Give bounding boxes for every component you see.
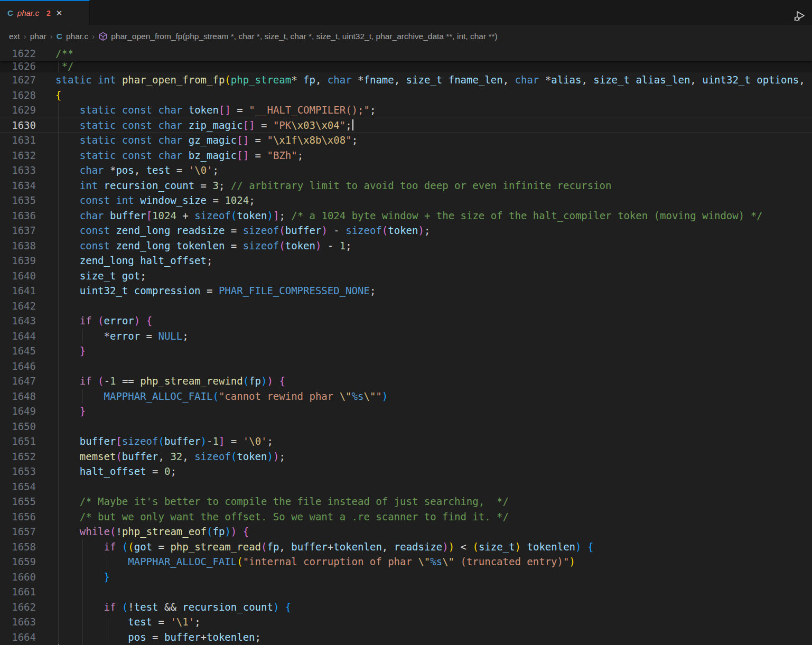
line-number[interactable]: 1649 [0,404,36,419]
line-number[interactable]: 1638 [0,238,36,254]
line-number[interactable]: 1629 [0,102,36,118]
code-text: } [55,404,86,419]
line-number[interactable]: 1628 [0,88,36,103]
indent-guide [58,419,59,434]
code-line[interactable]: 1628{ [0,88,812,103]
code-line[interactable]: 1660 } [0,569,812,585]
code-line[interactable]: 1636 char buffer[1024 + sizeof(token)]; … [0,208,812,223]
code-line[interactable]: 1650 [0,419,812,434]
code-line[interactable]: 1630 static const char zip_magic[] = "PK… [0,118,812,133]
code-line[interactable]: 1645 } [0,343,812,359]
code-line[interactable]: 1646 [0,359,812,374]
breadcrumb-symbol[interactable]: phar_open_from_fp(php_stream *, char *, … [111,32,498,41]
line-number[interactable]: 1657 [0,524,36,539]
code-line[interactable]: 1663 test = '\1'; [0,614,812,630]
code-line[interactable]: 1654 [0,479,812,494]
line-number[interactable]: 1626 [0,61,36,71]
close-icon[interactable]: ✕ [56,8,63,18]
line-number[interactable]: 1640 [0,268,36,284]
line-number[interactable]: 1653 [0,464,36,479]
editor-code[interactable]: 1622/**1626 */1627static int phar_open_f… [0,48,812,645]
line-number[interactable]: 1642 [0,298,36,314]
line-number[interactable]: 1661 [0,584,36,600]
line-number[interactable]: 1648 [0,389,36,404]
code-line[interactable]: 1640 size_t got; [0,268,812,284]
line-number[interactable]: 1654 [0,479,36,494]
line-number[interactable]: 1646 [0,359,36,374]
code-line[interactable]: 1644 *error = NULL; [0,329,812,344]
code-line[interactable]: 1659 MAPPHAR_ALLOC_FAIL("internal corrup… [0,554,812,569]
code-line[interactable]: 1627static int phar_open_from_fp(php_str… [0,72,812,88]
code-line[interactable]: 1649 } [0,404,812,419]
chevron-right-icon: › [92,32,95,41]
line-number[interactable]: 1639 [0,253,36,268]
code-line[interactable]: 1653 halt_offset = 0; [0,464,812,479]
code-line[interactable]: 1661 [0,584,812,600]
line-number[interactable]: 1644 [0,329,36,344]
code-line[interactable]: 1629 static const char token[] = "__HALT… [0,102,812,118]
code-text: const zend_long tokenlen = sizeof(token)… [55,238,352,254]
code-line[interactable]: 1643 if (error) { [0,313,812,329]
line-number[interactable]: 1658 [0,539,36,555]
code-line[interactable]: 1652 memset(buffer, 32, sizeof(token)); [0,449,812,464]
run-debug-icon[interactable] [792,8,808,24]
code-line[interactable]: 1662 if (!test && recursion_count) { [0,600,812,615]
line-number[interactable]: 1634 [0,178,36,193]
code-line[interactable]: 1633 char *pos, test = '\0'; [0,163,812,178]
code-text: /* Maybe it's better to compile the file… [55,494,509,509]
code-text: test = '\1'; [55,614,201,630]
line-number[interactable]: 1651 [0,434,36,449]
line-number[interactable]: 1664 [0,630,36,645]
line-number[interactable]: 1655 [0,494,36,509]
line-number[interactable]: 1637 [0,223,36,238]
folded-code-line[interactable]: 1626 */ [0,61,812,72]
code-line[interactable]: 1639 zend_long halt_offset; [0,253,812,268]
code-line[interactable]: 1641 uint32_t compression = PHAR_FILE_CO… [0,283,812,298]
code-line[interactable]: 1638 const zend_long tokenlen = sizeof(t… [0,238,812,254]
line-number[interactable]: 1643 [0,313,36,329]
code-text: */ [55,61,73,71]
code-line[interactable]: 1651 buffer[sizeof(buffer)-1] = '\0'; [0,434,812,449]
line-number[interactable]: 1622 [0,48,36,60]
line-number[interactable]: 1635 [0,193,36,208]
code-text: int recursion_count = 3; // arbitrary li… [55,178,611,193]
code-text: /* but we only want the offset. So we wa… [55,509,509,525]
line-number[interactable]: 1659 [0,554,36,569]
code-line[interactable]: 1647 if (-1 == php_stream_rewind(fp)) { [0,373,812,389]
line-number[interactable]: 1662 [0,600,36,615]
code-line[interactable]: 1655 /* Maybe it's better to compile the… [0,494,812,509]
code-line[interactable]: 1664 pos = buffer+tokenlen; [0,630,812,645]
line-number[interactable]: 1632 [0,148,36,163]
line-number[interactable]: 1652 [0,449,36,464]
code-text: static const char gz_magic[] = "\x1f\x8b… [55,133,358,148]
line-number[interactable]: 1645 [0,343,36,359]
code-line[interactable]: 1648 MAPPHAR_ALLOC_FAIL("cannot rewind p… [0,389,812,404]
line-number[interactable]: 1636 [0,208,36,223]
line-number[interactable]: 1663 [0,614,36,630]
line-number[interactable]: 1650 [0,419,36,434]
code-line[interactable]: 1634 int recursion_count = 3; // arbitra… [0,178,812,193]
code-line[interactable]: 1637 const zend_long readsize = sizeof(b… [0,223,812,238]
line-number[interactable]: 1630 [0,118,36,133]
code-line[interactable]: 1642 [0,298,812,314]
code-line[interactable]: 1632 static const char bz_magic[] = "BZh… [0,148,812,163]
line-number[interactable]: 1627 [0,72,36,88]
breadcrumb-item-phar[interactable]: phar [30,32,46,41]
line-number[interactable]: 1656 [0,509,36,525]
line-number[interactable]: 1660 [0,569,36,585]
code-text: MAPPHAR_ALLOC_FAIL("internal corruption … [55,554,575,569]
code-line[interactable]: 1656 /* but we only want the offset. So … [0,509,812,525]
code-line[interactable]: 1657 while(!php_stream_eof(fp)) { [0,524,812,539]
line-number[interactable]: 1647 [0,373,36,389]
tab-phar-c[interactable]: C phar.c 2 ✕ [0,0,90,25]
breadcrumb-item-ext[interactable]: ext [9,32,20,41]
code-line[interactable]: 1658 if ((got = php_stream_read(fp, buff… [0,539,812,555]
code-line[interactable]: 1635 const int window_size = 1024; [0,193,812,208]
line-number[interactable]: 1641 [0,283,36,298]
line-number[interactable]: 1633 [0,163,36,178]
line-number[interactable]: 1631 [0,133,36,148]
indent-guide [82,584,83,600]
code-line[interactable]: 1622/** [0,48,812,61]
breadcrumb-item-file[interactable]: phar.c [66,32,88,41]
code-line[interactable]: 1631 static const char gz_magic[] = "\x1… [0,133,812,148]
